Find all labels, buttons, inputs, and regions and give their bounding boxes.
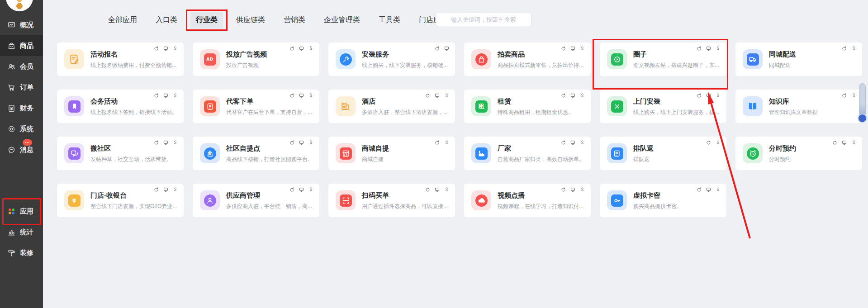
search-box[interactable] — [436, 13, 531, 26]
h5-circle-icon[interactable] — [560, 93, 566, 99]
h5-circle-icon[interactable] — [832, 140, 838, 146]
h5-circle-icon[interactable] — [153, 140, 159, 146]
h5-circle-icon[interactable] — [696, 46, 702, 52]
app-card-16[interactable]: 排队返排队返 — [600, 137, 726, 170]
h5-circle-icon[interactable] — [696, 93, 702, 99]
sidebar-item-7[interactable]: 应用 — [0, 201, 43, 222]
sidebar-item-4[interactable]: 财务 — [0, 98, 43, 118]
pc-icon[interactable] — [299, 46, 304, 52]
h5-circle-icon[interactable] — [425, 187, 431, 193]
sidebar-item-0[interactable]: 概况 — [0, 14, 43, 35]
sidebar-item-3[interactable]: 订单 — [0, 77, 43, 98]
h5-circle-icon[interactable] — [289, 140, 295, 146]
pc-icon[interactable] — [570, 46, 576, 52]
miniprogram-icon[interactable] — [579, 187, 585, 193]
h5-circle-icon[interactable] — [153, 187, 159, 193]
pc-icon[interactable] — [299, 140, 304, 146]
sidebar-item-2[interactable]: 会员 — [0, 56, 43, 77]
pc-icon[interactable] — [570, 93, 576, 99]
app-card-11[interactable]: 知识库管理知识库文章数据 — [735, 90, 862, 123]
pc-icon[interactable] — [706, 46, 711, 52]
sidebar-item-5[interactable]: 系统 — [0, 118, 43, 139]
miniprogram-icon[interactable] — [308, 140, 314, 146]
h5-circle-icon[interactable] — [289, 93, 295, 99]
miniprogram-icon[interactable] — [715, 46, 721, 52]
miniprogram-icon[interactable] — [715, 140, 721, 146]
h5-circle-icon[interactable] — [289, 187, 295, 193]
pc-icon[interactable] — [706, 187, 711, 193]
h5-circle-icon[interactable] — [289, 46, 295, 52]
h5-circle-icon[interactable] — [560, 140, 566, 146]
app-card-14[interactable]: 商城自提商城自提 — [328, 137, 455, 170]
tab-6[interactable]: 工具类 — [379, 12, 400, 28]
app-card-0[interactable]: 活动报名线上报名缴纳费用，付费全额营销... — [57, 43, 184, 76]
app-card-2[interactable]: 安装服务线上购买，线下安装服务，核销确... — [328, 43, 455, 76]
app-card-4[interactable]: 圈子图文视频发帖，搭建兴趣圈子，实... — [600, 43, 726, 76]
miniprogram-icon[interactable] — [444, 93, 450, 99]
miniprogram-icon[interactable] — [715, 93, 721, 99]
tab-4[interactable]: 营销类 — [284, 12, 305, 28]
pc-icon[interactable] — [163, 140, 169, 146]
app-card-7[interactable]: 代客下单代替客户在后台下单，支持自营，... — [193, 90, 319, 123]
app-card-8[interactable]: 酒店多酒店入驻，整合线下酒店资源，... — [328, 90, 455, 123]
pc-icon[interactable] — [163, 46, 169, 52]
app-card-22[interactable]: 虚拟卡密购买商品提供卡密。 — [600, 184, 726, 217]
h5-circle-icon[interactable] — [706, 140, 711, 146]
sidebar-item-8[interactable]: 统计 — [0, 222, 43, 242]
miniprogram-icon[interactable] — [851, 140, 857, 146]
h5-circle-icon[interactable] — [425, 93, 431, 99]
tab-5[interactable]: 企业管理类 — [324, 12, 360, 28]
tab-0[interactable]: 全部应用 — [108, 12, 137, 28]
h5-circle-icon[interactable] — [153, 46, 159, 52]
app-card-10[interactable]: 上门安装线上购买，线下上门安装服务，核... — [600, 90, 726, 123]
h5-circle-icon[interactable] — [696, 187, 702, 193]
pc-icon[interactable] — [706, 93, 711, 99]
miniprogram-icon[interactable] — [444, 187, 450, 193]
h5-circle-icon[interactable] — [153, 93, 159, 99]
miniprogram-icon[interactable] — [172, 140, 178, 146]
app-card-1[interactable]: AD投放广告视频投放广告视频 — [193, 43, 319, 76]
h5-circle-icon[interactable] — [560, 46, 566, 52]
app-card-18[interactable]: ¥门店-收银台整合线下门店资源，实现O2O异业... — [57, 184, 184, 217]
app-card-17[interactable]: 分时预约分时预约 — [735, 137, 862, 170]
miniprogram-icon[interactable] — [579, 46, 585, 52]
miniprogram-icon[interactable] — [308, 93, 314, 99]
pc-icon[interactable] — [163, 93, 169, 99]
miniprogram-icon[interactable] — [172, 187, 178, 193]
pc-icon[interactable] — [444, 46, 450, 52]
app-card-13[interactable]: 社区自提点商品线下核销，打造社区团购平台。 — [193, 137, 319, 170]
app-card-21[interactable]: 视频点播视频课程，在线学习，打造知识付... — [464, 184, 591, 217]
miniprogram-icon[interactable] — [579, 140, 585, 146]
h5-circle-icon[interactable] — [560, 187, 566, 193]
h5-circle-icon[interactable] — [841, 46, 847, 52]
pc-icon[interactable] — [570, 187, 576, 193]
miniprogram-icon[interactable] — [172, 46, 178, 52]
miniprogram-icon[interactable] — [172, 93, 178, 99]
pc-icon[interactable] — [434, 93, 440, 99]
app-card-3[interactable]: 拍卖商品商品拍卖模式新零售，竞拍出价得... — [464, 43, 591, 76]
app-card-9[interactable]: 租租赁特殊商品租用，租期租金优惠。 — [464, 90, 591, 123]
pc-icon[interactable] — [299, 93, 304, 99]
app-card-6[interactable]: 会务活动线上报名线下签到，链接线下活动。 — [57, 90, 184, 123]
app-card-15[interactable]: 厂家自营商品厂家归类，高效自动拆单。 — [464, 137, 591, 170]
sidebar-item-6[interactable]: 消息... — [0, 139, 43, 160]
miniprogram-icon[interactable] — [579, 93, 585, 99]
app-card-19[interactable]: 供应商管理多供应商入驻，平台统一销售，商... — [193, 184, 319, 217]
tab-1[interactable]: 入口类 — [156, 12, 177, 28]
h5-circle-icon[interactable] — [434, 140, 440, 146]
sidebar-item-1[interactable]: 商品 — [0, 35, 43, 56]
pc-icon[interactable] — [570, 140, 576, 146]
miniprogram-icon[interactable] — [444, 140, 450, 146]
search-input[interactable] — [450, 16, 526, 24]
pc-icon[interactable] — [434, 187, 440, 193]
miniprogram-icon[interactable] — [851, 46, 857, 52]
miniprogram-icon[interactable] — [715, 187, 721, 193]
miniprogram-icon[interactable] — [851, 93, 857, 99]
h5-circle-icon[interactable] — [434, 46, 440, 52]
tab-2[interactable]: 行业类 — [190, 12, 223, 28]
app-card-12[interactable]: 微社区发帖种草，社交互动，活跃带货。 — [57, 137, 184, 170]
tab-3[interactable]: 供应链类 — [236, 12, 265, 28]
avatar[interactable] — [6, 0, 33, 11]
sidebar-item-9[interactable]: 装修 — [0, 242, 43, 263]
app-card-5[interactable]: 同城配送同城配送 — [735, 43, 862, 76]
